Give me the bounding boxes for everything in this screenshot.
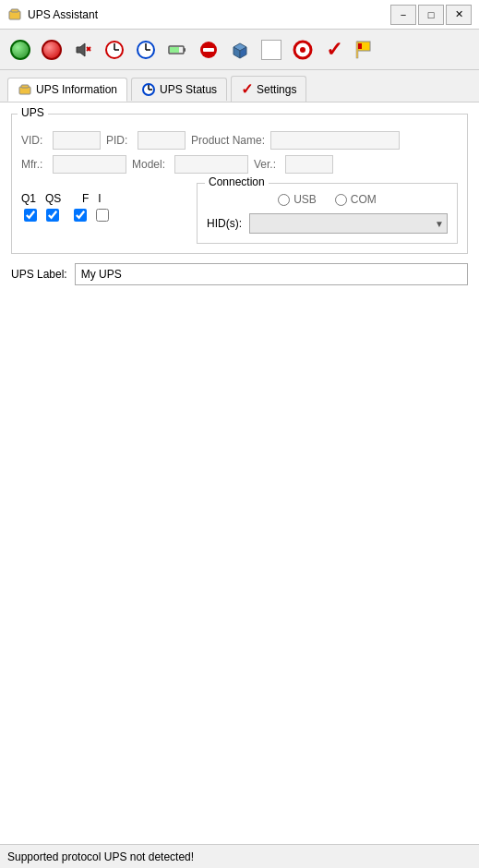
red-circle-icon xyxy=(42,40,62,60)
pid-input[interactable] xyxy=(138,131,186,150)
usb-radio-label[interactable]: USB xyxy=(278,193,317,206)
status-bar: Supported protocol UPS not detected! xyxy=(0,844,479,868)
red-circle-outline-button[interactable] xyxy=(288,35,317,65)
product-name-label: Product Name: xyxy=(191,134,265,147)
svg-point-20 xyxy=(300,47,305,53)
i-checkbox[interactable] xyxy=(96,209,109,222)
vid-pid-row: VID: PID: Product Name: xyxy=(21,131,458,150)
ups-label-input[interactable] xyxy=(75,263,468,285)
pid-label: PID: xyxy=(106,134,132,147)
ups-tab-icon xyxy=(18,82,32,97)
clock-red-button[interactable] xyxy=(100,35,129,65)
battery-icon xyxy=(167,40,187,60)
ups-bottom-section: Q1 QS F I xyxy=(21,183,458,244)
window-title: UPS Assistant xyxy=(28,8,390,21)
qs-label: QS xyxy=(45,192,61,205)
main-content: UPS Information UPS Status ✓ Settings UP… xyxy=(0,70,479,844)
qs-checkbox[interactable] xyxy=(46,209,59,222)
green-circle-icon xyxy=(10,40,30,60)
minimize-button[interactable]: − xyxy=(390,5,416,25)
speaker-icon xyxy=(73,40,93,60)
com-label: COM xyxy=(351,193,377,206)
tab-ups-status-label: UPS Status xyxy=(160,83,217,96)
vid-input[interactable] xyxy=(53,131,101,150)
clock-blue-button[interactable] xyxy=(131,35,161,65)
settings-tab-icon: ✓ xyxy=(241,80,253,98)
checkbox-grid: Q1 QS F I xyxy=(21,188,187,222)
vid-label: VID: xyxy=(21,134,47,147)
connection-section: Connection USB COM HI xyxy=(197,183,458,244)
battery-button[interactable] xyxy=(162,35,192,65)
com-radio[interactable] xyxy=(335,194,347,206)
q1-qs-inputs xyxy=(24,209,59,222)
svg-rect-23 xyxy=(358,43,362,49)
flag-button[interactable] xyxy=(351,35,380,65)
model-input[interactable] xyxy=(174,155,248,174)
checkmark-toolbar-icon: ✓ xyxy=(326,40,342,60)
restore-button[interactable]: □ xyxy=(418,5,444,25)
white-rect-icon xyxy=(261,40,281,60)
stop-red-button[interactable] xyxy=(37,35,66,65)
hid-select[interactable] xyxy=(249,213,448,234)
connection-radio-row: USB COM xyxy=(207,193,448,206)
connection-title: Connection xyxy=(205,175,269,188)
clock-blue-icon xyxy=(136,40,156,60)
q1-qs-pair: Q1 QS xyxy=(21,192,61,222)
svg-rect-12 xyxy=(184,48,186,52)
q1-label: Q1 xyxy=(21,192,36,205)
box-3d-icon xyxy=(230,40,250,60)
q1-checkbox[interactable] xyxy=(24,209,37,222)
toolbar: ✓ xyxy=(0,30,479,70)
hid-row: HID(s): ▼ xyxy=(207,213,448,234)
close-button[interactable]: ✕ xyxy=(446,5,472,25)
ups-label-row: UPS Label: xyxy=(11,263,468,285)
tab-settings-label: Settings xyxy=(257,83,296,96)
mfr-label: Mfr.: xyxy=(21,158,47,171)
ups-label-label: UPS Label: xyxy=(11,268,67,281)
f-i-labels: F I xyxy=(82,192,102,205)
hid-select-wrapper: ▼ xyxy=(249,213,448,234)
clock-red-icon xyxy=(104,40,125,60)
product-name-input[interactable] xyxy=(270,131,400,150)
ups-info-tab-content: UPS VID: PID: Product Name: Mfr.: Model:… xyxy=(0,102,479,844)
ver-input[interactable] xyxy=(285,155,333,174)
box-3d-button[interactable] xyxy=(225,35,255,65)
i-label: I xyxy=(98,192,101,205)
mfr-model-row: Mfr.: Model: Ver.: xyxy=(21,155,458,174)
tab-settings[interactable]: ✓ Settings xyxy=(231,76,306,102)
no-entry-button[interactable] xyxy=(194,35,223,65)
title-bar: UPS Assistant − □ ✕ xyxy=(0,0,479,30)
f-i-pair: F I xyxy=(74,192,109,222)
ver-label: Ver.: xyxy=(254,158,280,171)
connection-box: Connection USB COM HI xyxy=(197,183,458,244)
f-i-inputs xyxy=(74,209,109,222)
flag-icon xyxy=(355,40,376,60)
status-text: Supported protocol UPS not detected! xyxy=(7,850,194,863)
tab-ups-information-label: UPS Information xyxy=(36,83,117,96)
speaker-button[interactable] xyxy=(68,35,98,65)
usb-label: USB xyxy=(293,193,317,206)
mfr-input[interactable] xyxy=(53,155,126,174)
checkmark-toolbar-button[interactable]: ✓ xyxy=(319,35,349,65)
svg-marker-2 xyxy=(77,43,85,56)
no-entry-icon xyxy=(198,40,219,60)
svg-rect-22 xyxy=(356,42,358,58)
white-rect-button[interactable] xyxy=(257,35,286,65)
ups-section: UPS VID: PID: Product Name: Mfr.: Model:… xyxy=(11,114,468,254)
red-circle-outline-icon xyxy=(293,40,313,60)
tab-bar: UPS Information UPS Status ✓ Settings xyxy=(0,70,479,102)
svg-rect-13 xyxy=(170,47,179,53)
hid-label: HID(s): xyxy=(207,217,242,230)
ups-section-title: UPS xyxy=(18,106,48,119)
f-checkbox[interactable] xyxy=(74,209,87,222)
status-tab-icon xyxy=(141,82,156,97)
q1-qs-labels: Q1 QS xyxy=(21,192,61,205)
checkboxes-section: Q1 QS F I xyxy=(21,183,187,244)
window-controls: − □ ✕ xyxy=(390,5,472,25)
tab-ups-information[interactable]: UPS Information xyxy=(7,78,127,102)
start-green-button[interactable] xyxy=(6,35,35,65)
usb-radio[interactable] xyxy=(278,194,290,206)
tab-ups-status[interactable]: UPS Status xyxy=(131,78,227,101)
com-radio-label[interactable]: COM xyxy=(335,193,377,206)
svg-rect-1 xyxy=(11,9,18,12)
